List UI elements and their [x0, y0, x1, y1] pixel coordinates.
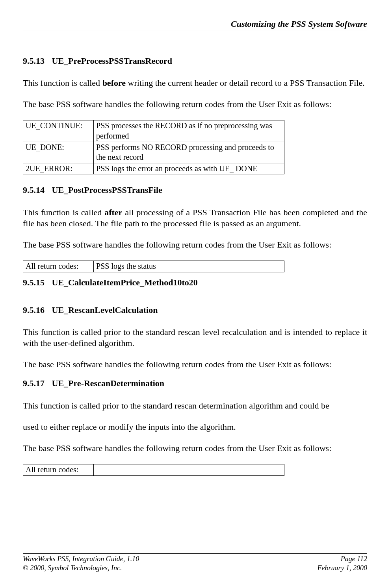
content-area: 9.5.13 UE_PreProcessPSSTransRecord This … [23, 45, 367, 553]
table-cell-code: 2UE_ERROR: [23, 163, 94, 174]
text-fragment: This function is called [23, 78, 102, 88]
para-9-5-13-1: This function is called before writing t… [23, 78, 367, 89]
para-9-5-17-2: used to either replace or modify the inp… [23, 422, 367, 433]
heading-number: 9.5.14 [23, 185, 50, 196]
table-cell-code: All return codes: [23, 464, 94, 476]
table-row: All return codes: [23, 464, 284, 476]
footer-rule [23, 553, 367, 554]
table-9-5-17: All return codes: [23, 464, 284, 476]
heading-number: 9.5.17 [23, 378, 50, 389]
para-9-5-14-2: The base PSS software handles the follow… [23, 239, 367, 250]
heading-number: 9.5.15 [23, 277, 50, 288]
heading-title: UE_PreProcessPSSTransRecord [52, 56, 173, 66]
heading-9-5-17: 9.5.17 UE_Pre-RescanDetermination [23, 378, 367, 389]
heading-number: 9.5.16 [23, 305, 50, 316]
header-rule [23, 30, 367, 30]
text-bold: after [104, 207, 122, 217]
footer: WaveWorks PSS, Integration Guide, 1.10 P… [23, 553, 367, 572]
text-fragment: writing the current header or detail rec… [126, 78, 365, 88]
text-bold: before [102, 78, 126, 88]
footer-right-2: February 1, 2000 [318, 564, 367, 573]
para-9-5-13-2: The base PSS software handles the follow… [23, 99, 367, 110]
para-9-5-17-1: This function is called prior to the sta… [23, 400, 367, 411]
para-9-5-17-3: The base PSS software handles the follow… [23, 443, 367, 454]
heading-9-5-15: 9.5.15 UE_CalculateItemPrice_Method10to2… [23, 277, 367, 288]
table-cell-desc: PSS logs the error an proceeds as with U… [94, 163, 284, 174]
heading-number: 9.5.13 [23, 55, 50, 67]
table-row: UE_CONTINUE: PSS processes the RECORD as… [23, 120, 284, 142]
table-9-5-14: All return codes: PSS logs the status [23, 261, 284, 272]
text-fragment: This function is called [23, 207, 104, 217]
heading-title: UE_RescanLevelCalculation [52, 305, 158, 315]
para-9-5-16-2: The base PSS software handles the follow… [23, 359, 367, 370]
footer-row-1: WaveWorks PSS, Integration Guide, 1.10 P… [23, 555, 367, 564]
table-row: All return codes: PSS logs the status [23, 261, 284, 272]
heading-title: UE_PostProcessPSSTransFile [52, 185, 162, 195]
heading-9-5-16: 9.5.16 UE_RescanLevelCalculation [23, 305, 367, 316]
header-title: Customizing the PSS System Software [23, 19, 367, 29]
table-cell-desc: PSS logs the status [94, 261, 284, 272]
table-cell-desc: PSS performs NO RECORD processing and pr… [94, 142, 284, 163]
footer-left-2: © 2000, Symbol Technologies, Inc. [23, 564, 122, 573]
table-cell-desc [94, 464, 284, 476]
footer-row-2: © 2000, Symbol Technologies, Inc. Februa… [23, 564, 367, 573]
table-row: UE_DONE: PSS performs NO RECORD processi… [23, 142, 284, 163]
table-cell-desc: PSS processes the RECORD as if no prepro… [94, 120, 284, 142]
footer-left-1: WaveWorks PSS, Integration Guide, 1.10 [23, 555, 139, 564]
footer-right-1: Page 112 [341, 555, 367, 564]
page-container: Customizing the PSS System Software 9.5.… [0, 0, 390, 588]
para-9-5-16-1: This function is called prior to the sta… [23, 327, 367, 349]
heading-9-5-13: 9.5.13 UE_PreProcessPSSTransRecord [23, 55, 367, 67]
table-cell-code: All return codes: [23, 261, 94, 272]
table-cell-code: UE_CONTINUE: [23, 120, 94, 142]
table-9-5-13: UE_CONTINUE: PSS processes the RECORD as… [23, 120, 284, 174]
heading-title: UE_Pre-RescanDetermination [52, 378, 165, 388]
table-row: 2UE_ERROR: PSS logs the error an proceed… [23, 163, 284, 174]
heading-title: UE_CalculateItemPrice_Method10to20 [52, 277, 198, 287]
para-9-5-14-1: This function is called after all proces… [23, 207, 367, 229]
table-cell-code: UE_DONE: [23, 142, 94, 163]
heading-9-5-14: 9.5.14 UE_PostProcessPSSTransFile [23, 185, 367, 196]
